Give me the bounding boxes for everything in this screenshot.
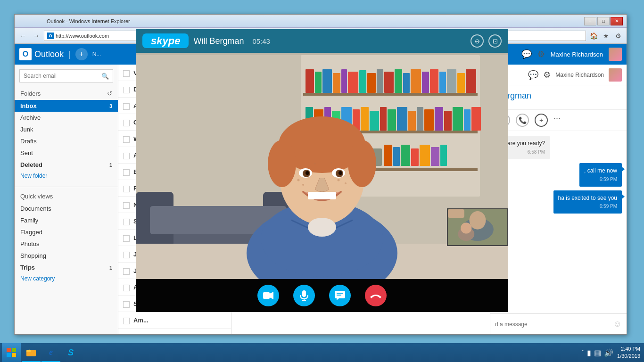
email-checkbox[interactable] xyxy=(123,301,130,308)
email-checkbox[interactable] xyxy=(123,120,130,126)
email-checkbox[interactable] xyxy=(123,235,130,242)
email-checkbox[interactable] xyxy=(123,87,130,93)
svg-rect-20 xyxy=(439,72,446,93)
volume-icon[interactable]: 🔊 xyxy=(604,348,613,357)
user-avatar-small xyxy=(609,68,622,82)
new-category-link[interactable]: New category xyxy=(15,273,118,286)
svg-point-77 xyxy=(338,179,340,181)
header-settings-icon[interactable]: ⚙ xyxy=(537,49,545,59)
svg-rect-48 xyxy=(393,147,400,166)
chat-toggle-button[interactable] xyxy=(329,285,351,306)
folder-drafts[interactable]: Drafts xyxy=(15,135,118,147)
qv-shopping[interactable]: Shopping xyxy=(15,250,118,262)
svg-rect-41 xyxy=(464,109,471,131)
svg-point-74 xyxy=(308,218,336,237)
svg-rect-2 xyxy=(303,93,478,96)
email-sender: Am... xyxy=(133,317,149,324)
favicon: O xyxy=(47,33,54,39)
skype-taskbar-icon[interactable]: S xyxy=(61,343,80,362)
svg-rect-17 xyxy=(411,69,421,93)
svg-rect-59 xyxy=(136,53,508,55)
email-checkbox[interactable] xyxy=(123,252,130,258)
qv-trips[interactable]: Trips 1 xyxy=(15,262,118,273)
header-divider: | xyxy=(68,49,71,59)
qv-flagged[interactable]: Flagged xyxy=(15,226,118,238)
email-checkbox[interactable] xyxy=(123,186,130,192)
mute-button[interactable] xyxy=(293,285,315,306)
hangup-button[interactable] xyxy=(365,285,387,306)
search-input[interactable] xyxy=(24,73,99,79)
email-checkbox[interactable] xyxy=(123,169,130,176)
email-checkbox[interactable] xyxy=(123,318,130,324)
svg-point-80 xyxy=(331,162,332,164)
system-clock[interactable]: 2:40 PM 1/30/2013 xyxy=(617,346,640,360)
more-options-icon[interactable]: ··· xyxy=(553,114,561,127)
svg-rect-89 xyxy=(302,290,306,297)
home-button[interactable]: 🏠 xyxy=(588,30,599,41)
close-button[interactable]: ✕ xyxy=(611,17,623,25)
chat-contact-status: ble xyxy=(497,101,620,107)
outlook-icon: O xyxy=(19,48,32,60)
search-box[interactable]: 🔍 xyxy=(19,69,113,82)
chat-contact-info: Bergman ble xyxy=(490,85,627,110)
skype-minimize-btn[interactable]: ⊖ xyxy=(471,34,484,48)
svg-marker-88 xyxy=(270,292,273,299)
folder-deleted[interactable]: Deleted 1 xyxy=(15,159,118,171)
settings-icon[interactable]: ⚙ xyxy=(543,70,551,80)
new-folder-link[interactable]: New folder xyxy=(15,171,118,183)
new-item-button[interactable]: + xyxy=(75,48,88,60)
qv-photos[interactable]: Photos xyxy=(15,238,118,250)
chat-input-area: ☺ xyxy=(490,313,627,334)
chat-input[interactable] xyxy=(495,321,610,328)
email-item-16[interactable]: Apr... xyxy=(118,329,231,334)
email-item-15[interactable]: Am... xyxy=(118,312,231,329)
chat-header: 💬 ⚙ Maxine Richardson xyxy=(490,65,627,85)
internet-explorer-icon[interactable]: e xyxy=(41,343,60,362)
taskbar-right: ˄ ▮ ▦ 🔊 2:40 PM 1/30/2013 xyxy=(581,346,644,360)
qv-documents[interactable]: Documents xyxy=(15,203,118,214)
skype-logo: skype xyxy=(142,35,189,47)
skype-restore-btn[interactable]: ⊡ xyxy=(488,34,502,48)
email-checkbox[interactable] xyxy=(123,70,130,77)
email-checkbox[interactable] xyxy=(123,103,130,110)
chat-icon[interactable]: 💬 xyxy=(528,70,538,80)
file-manager-icon[interactable] xyxy=(22,343,41,362)
folders-section: Folders ↺ xyxy=(15,88,118,100)
minimize-button[interactable]: − xyxy=(584,17,596,25)
folders-refresh-icon[interactable]: ↺ xyxy=(107,90,112,97)
forward-button[interactable]: → xyxy=(31,30,42,41)
emoji-button[interactable]: ☺ xyxy=(613,319,622,329)
email-checkbox[interactable] xyxy=(123,153,130,159)
folder-inbox[interactable]: Inbox 3 xyxy=(15,100,118,112)
skype-call-duration: 05:43 xyxy=(252,37,270,45)
email-checkbox[interactable] xyxy=(123,219,130,225)
email-checkbox[interactable] xyxy=(123,285,130,291)
phone-call-icon[interactable]: 📞 xyxy=(516,114,529,127)
add-contact-icon[interactable]: + xyxy=(535,114,548,127)
svg-rect-9 xyxy=(341,69,347,93)
email-checkbox[interactable] xyxy=(123,202,130,209)
svg-point-78 xyxy=(345,182,347,184)
skype-window-controls: ⊖ ⊡ xyxy=(471,34,502,48)
sidebar: 🔍 Folders ↺ Inbox 3 Archive Junk xyxy=(15,65,118,334)
header-chat-icon[interactable]: 💬 xyxy=(521,49,532,59)
tray-chevron[interactable]: ˄ xyxy=(581,349,584,356)
email-sender: Apr... xyxy=(133,333,149,334)
email-checkbox[interactable] xyxy=(123,136,130,143)
favorites-button[interactable]: ★ xyxy=(600,30,611,41)
settings-button[interactable]: ⚙ xyxy=(612,30,624,41)
maximize-button[interactable]: □ xyxy=(597,17,610,25)
folder-archive[interactable]: Archive xyxy=(15,112,118,123)
qv-family[interactable]: Family xyxy=(15,214,118,226)
start-button[interactable] xyxy=(2,343,21,362)
svg-rect-33 xyxy=(388,109,396,131)
svg-rect-31 xyxy=(370,111,379,131)
folder-junk[interactable]: Junk xyxy=(15,123,118,135)
folder-sent[interactable]: Sent xyxy=(15,147,118,159)
back-button[interactable]: ← xyxy=(17,30,29,41)
video-toggle-button[interactable] xyxy=(257,285,279,306)
skype-caller-name: Will Bergman xyxy=(193,36,244,46)
svg-rect-96 xyxy=(7,348,11,352)
svg-rect-16 xyxy=(403,73,410,93)
email-checkbox[interactable] xyxy=(123,268,130,275)
